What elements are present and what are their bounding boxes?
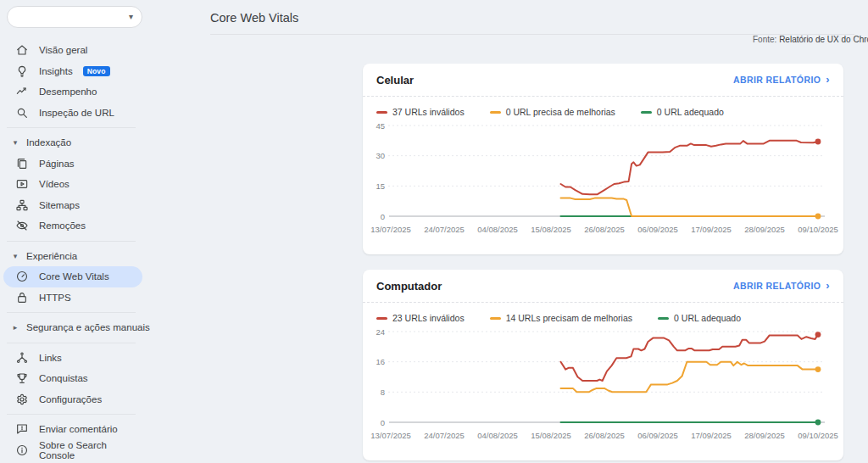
svg-text:28/09/2025: 28/09/2025 (744, 431, 785, 440)
sidebar-item-label: Remoções (39, 220, 86, 231)
sidebar-item-label: HTTPS (39, 293, 71, 303)
legend-swatch (376, 317, 387, 320)
sidebar-item-desempenho[interactable]: Desempenho (0, 81, 142, 103)
sidebar-item-label: Desempenho (39, 86, 97, 97)
svg-text:13/07/2025: 13/07/2025 (370, 431, 411, 440)
sidebar-item-inspecao-de-url[interactable]: Inspeção de URL (0, 103, 142, 124)
sidebar-item-label: Enviar comentário (39, 424, 118, 434)
legend-swatch (490, 111, 501, 114)
sidebar-item-label: Insights (39, 66, 73, 76)
sidebar-item-label: Conquistas (39, 373, 88, 383)
sidebar-item-sitemaps[interactable]: Sitemaps (0, 195, 142, 216)
pages-icon (15, 157, 29, 170)
sidebar-section-experiencia[interactable]: ▾Experiência (0, 246, 157, 267)
sidebar-item-label: Links (39, 353, 62, 363)
legend-item[interactable]: 23 URLs inválidos (376, 313, 465, 323)
sidebar-item-paginas[interactable]: Páginas (0, 153, 142, 175)
links-icon (15, 351, 29, 365)
sidebar-item-https[interactable]: HTTPS (0, 287, 142, 309)
svg-text:15/08/2025: 15/08/2025 (531, 225, 571, 234)
legend-label: 0 URL adequado (674, 313, 741, 323)
sidebar-section-seguranca-e-acoes-manuais[interactable]: ▸Segurança e ações manuais (0, 317, 157, 338)
sidebar-section-indexacao[interactable]: ▾Indexação (0, 132, 157, 153)
source-value: Relatório de UX do Chrome (779, 35, 868, 44)
legend-item[interactable]: 0 URL adequado (658, 313, 741, 323)
sidebar-section-label: Segurança e ações manuais (26, 322, 150, 332)
sidebar-item-enviar-comentario[interactable]: Enviar comentário (0, 419, 142, 440)
legend-label: 23 URLs inválidos (392, 313, 465, 323)
bulb-icon (15, 64, 29, 78)
novo-badge: Novo (83, 66, 110, 77)
caret-down-icon: ▾ (11, 252, 19, 260)
svg-text:24/07/2025: 24/07/2025 (424, 225, 465, 234)
line-chart-celular[interactable]: 015304513/07/202524/07/202504/08/202515/… (363, 119, 843, 248)
sidebar-divider (7, 414, 136, 415)
open-report-link[interactable]: ABRIR RELATÓRIO › (733, 281, 830, 291)
sidebar-section-label: Experiência (26, 251, 77, 261)
trend-icon (15, 85, 29, 98)
sidebar-divider (7, 241, 136, 242)
legend-swatch (658, 317, 669, 320)
svg-text:06/09/2025: 06/09/2025 (637, 225, 678, 234)
sidebar-item-configuracoes[interactable]: Configurações (0, 389, 142, 410)
sidebar-divider (7, 343, 136, 343)
open-report-label: ABRIR RELATÓRIO (733, 281, 821, 291)
property-selector[interactable]: ▾ (7, 6, 142, 28)
sidebar-item-label: Core Web Vitals (39, 271, 109, 282)
line-chart-computador[interactable]: 08162413/07/202524/07/202504/08/202515/0… (363, 325, 843, 454)
svg-text:04/08/2025: 04/08/2025 (477, 225, 518, 234)
sidebar-item-videos[interactable]: Vídeos (0, 174, 142, 195)
legend-label: 37 URLs inválidos (392, 107, 465, 117)
sitemap-icon (15, 198, 29, 212)
legend: 37 URLs inválidos0 URL precisa de melhor… (363, 97, 843, 117)
source-note: Fonte: Relatório de UX do Chrome (753, 35, 868, 44)
sidebar-item-insights[interactable]: InsightsNovo (0, 61, 142, 82)
sidebar: ▾ Visão geralInsightsNovoDesempenhoInspe… (0, 0, 157, 463)
sidebar-item-visao-geral[interactable]: Visão geral (0, 40, 142, 61)
chevron-right-icon: › (826, 74, 830, 85)
video-icon (15, 177, 29, 191)
trophy-icon (15, 371, 29, 385)
chevron-right-icon: › (826, 280, 830, 291)
svg-text:8: 8 (381, 388, 385, 397)
sidebar-item-conquistas[interactable]: Conquistas (0, 368, 142, 389)
chevron-down-icon: ▾ (129, 13, 133, 21)
svg-text:24: 24 (376, 327, 385, 337)
legend-item[interactable]: 0 URL adequado (641, 107, 724, 117)
sidebar-item-label: Configurações (39, 394, 102, 404)
gauge-icon (15, 270, 29, 283)
info-icon (15, 443, 29, 457)
sidebar-item-label: Inspeção de URL (39, 108, 114, 118)
card-celular: Celular ABRIR RELATÓRIO › 37 URLs inváli… (363, 64, 843, 254)
sidebar-item-links[interactable]: Links (0, 348, 142, 369)
card-computador: Computador ABRIR RELATÓRIO › 23 URLs inv… (363, 270, 843, 460)
gear-icon (15, 393, 29, 406)
feedback-icon (15, 422, 29, 436)
sidebar-item-label: Páginas (39, 159, 75, 169)
source-label: Fonte: (753, 35, 776, 44)
svg-text:06/09/2025: 06/09/2025 (637, 431, 678, 440)
svg-text:0: 0 (381, 418, 385, 427)
caret-down-icon: ▾ (11, 138, 19, 147)
sidebar-item-remocoes[interactable]: Remoções (0, 215, 142, 237)
open-report-link[interactable]: ABRIR RELATÓRIO › (733, 75, 830, 85)
legend-item[interactable]: 0 URL precisa de melhorias (490, 107, 615, 117)
lock-icon (15, 291, 29, 304)
sidebar-item-core-web-vitals[interactable]: Core Web Vitals (3, 266, 142, 287)
svg-text:13/07/2025: 13/07/2025 (370, 225, 411, 234)
sidebar-section-label: Indexação (26, 137, 71, 148)
page-title: Core Web Vitals (210, 11, 298, 25)
legend: 23 URLs inválidos14 URLs precisam de mel… (363, 303, 843, 323)
legend-label: 0 URL precisa de melhorias (506, 107, 615, 117)
legend-swatch (490, 317, 501, 320)
svg-text:09/10/2025: 09/10/2025 (798, 431, 838, 440)
sidebar-nav: Visão geralInsightsNovoDesempenhoInspeçã… (0, 40, 157, 460)
open-report-label: ABRIR RELATÓRIO (733, 75, 821, 85)
sidebar-item-sobre-o-search-console[interactable]: Sobre o Search Console (0, 440, 142, 461)
svg-text:16: 16 (376, 357, 385, 366)
sidebar-item-label: Visão geral (39, 45, 87, 55)
svg-text:45: 45 (376, 121, 385, 131)
legend-item[interactable]: 37 URLs inválidos (376, 107, 465, 117)
legend-item[interactable]: 14 URLs precisam de melhorias (490, 313, 632, 323)
sidebar-item-label: Vídeos (39, 179, 70, 189)
